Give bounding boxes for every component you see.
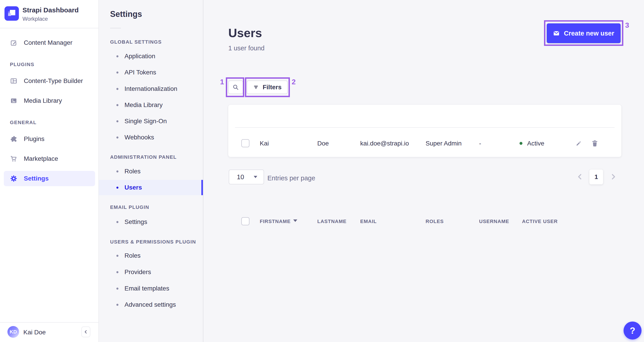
subnav-item-single-sign-on[interactable]: Single Sign-On (99, 115, 203, 128)
subnav-item-application[interactable]: Application (99, 50, 203, 63)
subnav-section-administration-panel: ADMINISTRATION PANEL (110, 154, 176, 160)
gear-icon (10, 175, 18, 182)
question-mark-icon: ? (630, 325, 635, 336)
subnav-item-label: Advanced settings (124, 301, 176, 308)
avatar-initials: KD (10, 329, 17, 335)
subnav-item-label: Roles (124, 252, 141, 259)
column-header-lastname[interactable]: LASTNAME (317, 219, 346, 224)
subnav-item-email-settings[interactable]: Settings (99, 216, 203, 228)
sidebar-item-marketplace[interactable]: Marketplace (0, 152, 99, 166)
layout-icon (10, 77, 18, 85)
help-button[interactable]: ? (624, 321, 642, 339)
search-button[interactable] (228, 81, 243, 94)
column-header-roles[interactable]: ROLES (426, 219, 444, 224)
annotation-label-3: 3 (625, 21, 629, 30)
subnav-item-roles-up[interactable]: Roles (99, 249, 203, 262)
page-number: 1 (594, 173, 598, 181)
sidebar-item-plugins[interactable]: Plugins (0, 132, 99, 146)
sidebar-item-content-type-builder[interactable]: Content-Type Builder (0, 74, 99, 88)
sidebar-item-label: Plugins (24, 135, 44, 143)
subnav-item-media-library[interactable]: Media Library (99, 99, 203, 111)
active-item-indicator (201, 180, 203, 195)
sidebar-item-settings[interactable]: Settings (4, 171, 95, 186)
cell-firstname: Kai (260, 140, 269, 147)
create-new-user-button[interactable]: Create new user (547, 23, 621, 43)
subnav-item-advanced-settings[interactable]: Advanced settings (99, 298, 203, 311)
mail-icon (553, 30, 560, 37)
subnav-item-internationalization[interactable]: Internationalization (99, 83, 203, 95)
column-header-firstname[interactable]: FIRSTNAME (260, 219, 290, 224)
filters-button[interactable]: Filters (247, 81, 288, 94)
sidebar-item-media-library[interactable]: Media Library (0, 94, 99, 108)
subnav-item-email-templates[interactable]: Email templates (99, 282, 203, 295)
page-size-select[interactable]: 10 (229, 170, 264, 184)
sidebar-item-content-manager[interactable]: Content Manager (0, 36, 99, 50)
sidebar-item-label: Content Manager (24, 39, 72, 46)
edit-icon (10, 39, 18, 47)
subnav-item-label: Users (124, 184, 142, 191)
cell-active-status: Active (527, 140, 544, 147)
page-size-value: 10 (237, 173, 244, 181)
chevron-left-icon (83, 329, 88, 334)
bullet-icon (116, 137, 118, 139)
sidebar-header-divider (0, 28, 98, 28)
bullet-icon (116, 88, 118, 90)
annotation-label-1: 1 (216, 78, 224, 86)
subnav-item-label: Application (124, 53, 155, 60)
bullet-icon (116, 304, 118, 306)
delete-row-icon[interactable] (590, 139, 599, 148)
users-table: FIRSTNAME LASTNAME EMAIL ROLES USERNAME … (228, 105, 621, 157)
cell-email: kai.doe@strapi.io (360, 140, 409, 147)
column-header-active-user[interactable]: ACTIVE USER (522, 219, 558, 224)
strapi-admin-page: Strapi Dashboard Workplace Content Manag… (0, 0, 644, 342)
row-checkbox[interactable] (241, 139, 250, 147)
column-header-email[interactable]: EMAIL (360, 219, 376, 224)
sidebar-section-general: GENERAL (10, 120, 37, 126)
subnav-item-label: Webhooks (124, 134, 154, 141)
cell-lastname: Doe (317, 140, 329, 147)
subnav-item-label: Settings (124, 218, 147, 225)
app-title: Strapi Dashboard (22, 6, 79, 14)
bullet-icon (116, 72, 118, 74)
subnav-item-users[interactable]: Users (99, 180, 203, 195)
page-number-button[interactable]: 1 (590, 170, 603, 184)
bullet-icon (116, 104, 118, 106)
active-status-dot (520, 142, 522, 145)
sidebar-collapse-button[interactable] (81, 326, 90, 337)
user-count: 1 user found (228, 45, 264, 52)
edit-row-icon[interactable] (574, 139, 582, 148)
subnav-item-providers[interactable]: Providers (99, 266, 203, 278)
sort-caret-icon[interactable] (293, 219, 297, 222)
avatar[interactable]: KD (8, 326, 19, 338)
bullet-icon (116, 255, 118, 257)
image-icon (10, 97, 18, 105)
user-name: Kai Doe (23, 329, 46, 336)
subnav-item-label: Roles (124, 168, 141, 175)
filters-label: Filters (263, 84, 282, 91)
subnav-section-global-settings: GLOBAL SETTINGS (110, 39, 162, 45)
puzzle-icon (10, 135, 18, 143)
subnav-item-label: Internationalization (124, 85, 177, 92)
column-header-username[interactable]: USERNAME (479, 219, 509, 224)
subnav-item-roles-admin[interactable]: Roles (99, 165, 203, 178)
settings-subnav: Settings GLOBAL SETTINGS Application API… (99, 0, 203, 342)
sidebar-footer-divider (0, 322, 98, 323)
entries-per-page-label: Entries per page (268, 174, 315, 182)
bullet-icon (116, 120, 118, 122)
filter-icon (253, 84, 259, 90)
select-all-checkbox[interactable] (241, 217, 250, 225)
subnav-item-api-tokens[interactable]: API Tokens (99, 66, 203, 79)
subnav-item-label: Single Sign-On (124, 118, 167, 125)
subnav-section-email-plugin: EMAIL PLUGIN (110, 204, 149, 210)
subnav-divider (110, 28, 121, 28)
previous-page-icon[interactable] (576, 173, 584, 181)
subnav-item-label: Providers (124, 268, 151, 276)
main-sidebar: Strapi Dashboard Workplace Content Manag… (0, 0, 99, 342)
cell-username: - (479, 140, 481, 147)
workspace-label: Workplace (22, 16, 48, 22)
bullet-icon (116, 271, 118, 273)
next-page-icon[interactable] (609, 173, 617, 181)
subnav-item-webhooks[interactable]: Webhooks (99, 131, 203, 144)
cell-roles: Super Admin (426, 140, 462, 147)
main-content: Users 1 user found Create new user Filte… (203, 0, 644, 342)
